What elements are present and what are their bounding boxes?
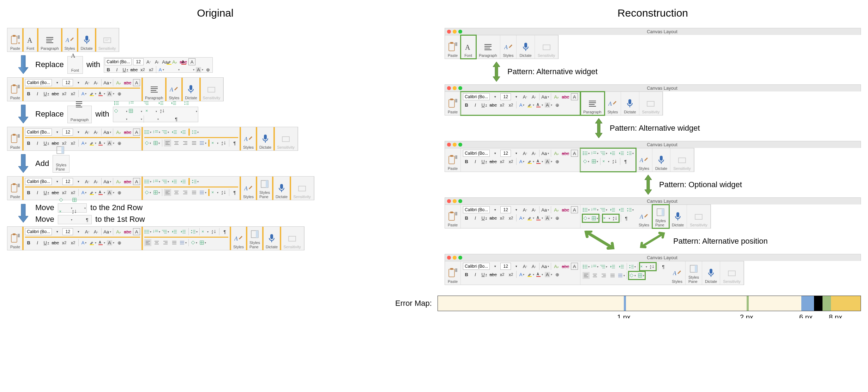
text-effects-btn[interactable]: A (80, 239, 88, 246)
shrink-font-btn[interactable]: A↓ (530, 150, 537, 157)
shading-btn[interactable] (144, 139, 151, 147)
highlight-btn[interactable] (527, 214, 534, 221)
grow-font-btn[interactable]: A↑ (84, 178, 91, 185)
clear-format-btn[interactable]: Aᵨ (553, 263, 560, 270)
text-dir-btn[interactable]: ✕ (211, 139, 218, 147)
text-dir-icon[interactable]: ✕ (145, 115, 159, 123)
font-family-input[interactable] (463, 206, 490, 213)
align-justify-btn[interactable] (171, 239, 178, 246)
font-color-btn[interactable]: A (98, 189, 105, 196)
shading-btn[interactable] (144, 189, 151, 196)
indent-dec-btn[interactable] (609, 206, 616, 213)
circled-icon[interactable]: ⊕ (205, 66, 212, 73)
font-family-input[interactable] (463, 263, 490, 270)
italic-btn[interactable]: I (472, 214, 479, 221)
pilcrow-btn[interactable]: ¶ (622, 158, 629, 165)
line-spacing-btn[interactable] (191, 228, 198, 235)
highlight-btn[interactable] (527, 101, 534, 108)
font-size-input[interactable] (500, 150, 511, 157)
styles-group[interactable]: A Styles (636, 205, 652, 228)
strike-btn[interactable]: abc (489, 158, 497, 165)
borders-btn[interactable] (591, 158, 598, 165)
font-size-input[interactable] (500, 206, 511, 213)
change-case-btn[interactable]: Aa (103, 178, 111, 185)
line-spacing-btn[interactable] (627, 206, 634, 213)
strike-btn[interactable]: abc (52, 90, 59, 97)
bold-btn[interactable]: B (25, 189, 32, 196)
subscript-btn[interactable]: x2 (499, 271, 506, 278)
shrink-font-icon[interactable]: A↓ (153, 58, 161, 65)
shrink-font-btn[interactable]: A↓ (92, 79, 100, 86)
text-dir-btn[interactable]: ✕ (211, 189, 218, 196)
grow-font-btn[interactable]: A↑ (522, 263, 529, 270)
circled-btn[interactable]: ⊕ (554, 101, 561, 108)
bullets-btn[interactable] (583, 263, 590, 270)
phonetic-btn[interactable]: abc (124, 178, 131, 185)
align-left-btn[interactable] (583, 272, 590, 279)
superscript-btn[interactable]: x2 (507, 271, 514, 278)
bold-btn[interactable]: B (25, 90, 32, 97)
strike-btn[interactable]: abc (489, 101, 497, 108)
line-spacing-btn[interactable] (627, 150, 634, 157)
bullets-btn[interactable] (583, 150, 590, 157)
highlight-icon[interactable] (166, 66, 180, 73)
align-center-btn[interactable] (173, 139, 180, 147)
indent-inc-btn[interactable] (618, 263, 625, 270)
change-case-btn[interactable]: Aa (103, 79, 111, 86)
paragraph-group-compact[interactable]: Paragraph (142, 78, 166, 101)
pilcrow-btn[interactable]: ¶ (623, 215, 630, 222)
highlight-btn[interactable] (89, 139, 96, 147)
align-justify-btn[interactable] (191, 189, 198, 196)
multilevel-btn[interactable] (600, 150, 607, 157)
char-shading-btn[interactable]: A (107, 139, 114, 147)
char-border-btn[interactable]: A (571, 93, 578, 100)
superscript-btn[interactable]: x2 (147, 66, 155, 73)
circled-btn[interactable]: ⊕ (116, 239, 123, 246)
bold-btn[interactable]: B (463, 214, 470, 221)
numbering-btn[interactable]: 12 (591, 150, 598, 157)
styles-group[interactable]: A Styles (62, 28, 78, 52)
indent-dec-btn[interactable] (171, 129, 178, 136)
borders-icon[interactable] (129, 115, 142, 123)
grow-font-btn[interactable]: A↑ (522, 206, 529, 213)
align-center-btn[interactable] (173, 189, 180, 196)
sort-icon[interactable]: AZ (160, 115, 171, 123)
paste-group[interactable]: Paste (445, 261, 461, 285)
indent-dec-btn[interactable] (171, 228, 178, 235)
text-dir-btn[interactable]: ✕ (640, 263, 647, 270)
styles-group[interactable]: A Styles (240, 127, 257, 150)
align-right-btn[interactable] (162, 239, 169, 246)
highlight-btn[interactable] (527, 271, 534, 278)
multilevel-btn[interactable] (162, 228, 169, 235)
font-color-btn[interactable]: A (536, 214, 543, 221)
font-size-input[interactable] (62, 178, 73, 185)
font-family-input[interactable] (25, 178, 52, 185)
font-color-btn[interactable]: A (536, 101, 543, 108)
font-family-mini[interactable] (105, 58, 132, 65)
indent-dec-btn[interactable] (609, 150, 616, 157)
change-case-btn[interactable]: Aa (103, 129, 111, 136)
align-distribute-btn[interactable] (199, 189, 206, 196)
bold-btn[interactable]: B (25, 139, 32, 147)
dictate-group[interactable]: Dictate (517, 35, 535, 59)
underline-btn[interactable]: U (481, 214, 488, 221)
font-size-mini[interactable] (133, 58, 144, 65)
subscript-btn[interactable]: x2 (61, 90, 68, 97)
shrink-font-btn[interactable]: A↓ (92, 228, 100, 235)
font-size-input[interactable] (500, 93, 511, 100)
phonetic-btn[interactable]: abc (562, 150, 569, 157)
sort-icon[interactable]: AZ (72, 216, 84, 223)
dictate-group[interactable]: Dictate (669, 205, 687, 228)
shading-btn[interactable] (583, 158, 590, 165)
subscript-btn[interactable]: x2 (61, 239, 68, 246)
text-effects-btn[interactable]: A (80, 139, 88, 147)
styles-group[interactable]: A Styles (636, 148, 652, 172)
font-family-input[interactable] (463, 150, 490, 157)
align-left-btn[interactable] (164, 139, 171, 147)
text-dir-btn[interactable]: ✕ (602, 158, 609, 165)
align-left-btn[interactable] (144, 239, 151, 246)
text-effects-btn[interactable]: A (518, 214, 525, 221)
indent-dec-btn[interactable] (171, 178, 178, 185)
char-border-btn[interactable]: A (571, 150, 578, 157)
underline-btn[interactable]: U (481, 101, 488, 108)
